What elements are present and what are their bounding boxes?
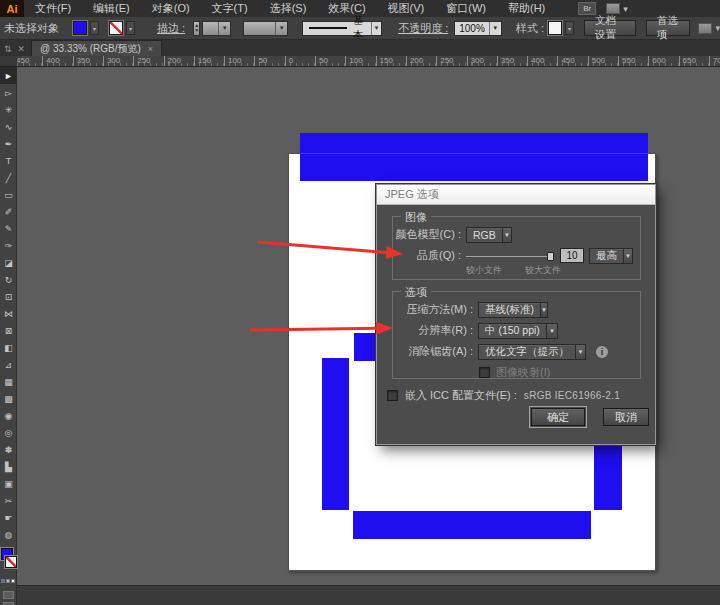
style-swatch-control[interactable]: ▾ [548,21,574,35]
ruler-label: 400 [527,56,544,67]
artboard-tool[interactable]: ▣ [0,475,17,492]
icc-profile-row: 嵌入 ICC 配置文件(E) : sRGB IEC61966-2.1 [387,388,620,403]
horizontal-ruler: 4504003503002502001501005005010015020025… [17,56,720,67]
paintbrush-tool[interactable]: ✐ [0,203,17,220]
zoom-tool[interactable]: ◍ [0,526,17,543]
ruler-label: 150 [376,56,393,67]
stroke-weight-stepper[interactable]: ▲▼ [193,21,200,36]
chevron-down-icon: ▼ [489,22,501,35]
pencil-tool[interactable]: ✎ [0,220,17,237]
eraser-tool[interactable]: ◪ [0,254,17,271]
menu-item-7[interactable]: 窗口(W) [435,0,497,17]
gradient-tool[interactable]: ▩ [0,390,17,407]
chevron-down-icon[interactable]: ▾ [565,21,574,35]
blend-tool[interactable]: ◎ [0,424,17,441]
column-graph-tool[interactable]: ▙ [0,458,17,475]
lasso-tool[interactable]: ∿ [0,118,17,135]
stroke-weight-dropdown[interactable]: ▼ [202,21,231,36]
menu-item-8[interactable]: 帮助(H) [497,0,556,17]
workspace-switcher[interactable]: ▾ [606,3,628,14]
ruler-label: 200 [164,56,181,67]
slice-tool[interactable]: ✂ [0,492,17,509]
blob-brush-tool[interactable]: ✑ [0,237,17,254]
blue-rectangle-shape[interactable] [300,133,648,181]
width-profile-dropdown[interactable]: ▼ [243,21,288,36]
tab-close-icon[interactable]: × [148,44,153,54]
document-tab[interactable]: @ 33.33% (RGB/预览) × [31,40,162,56]
drawing-mode-button[interactable] [3,591,14,599]
options-group: 选项 压缩方法(M) : 基线(标准) ▼ 分辨率(R) : 中 (150 pp… [392,291,641,379]
brush-definition-dropdown[interactable]: 基本 ▼ [302,21,382,36]
antialias-value: 优化文字（提示） [479,345,575,359]
menu-item-0[interactable]: 文件(F) [24,0,82,17]
menu-item-1[interactable]: 编辑(E) [82,0,141,17]
preferences-button[interactable]: 首选项 [646,20,691,36]
magic-wand-tool[interactable]: ✳ [0,101,17,118]
cancel-button[interactable]: 取消 [603,408,649,426]
ok-button[interactable]: 确定 [531,408,585,426]
control-panel-menu[interactable]: ▾ [698,23,720,34]
chevron-down-icon[interactable]: ▾ [126,21,135,35]
quality-slider[interactable] [466,250,554,262]
info-icon[interactable]: i [596,346,608,358]
quality-label: 品质(Q) : [393,248,461,263]
menu-item-3[interactable]: 文字(T) [201,0,259,17]
menu-item-6[interactable]: 视图(V) [377,0,436,17]
compression-dropdown[interactable]: 基线(标准) ▼ [478,302,548,318]
canvas-pasteboard[interactable]: JPEG 选项 图像 颜色模型(C) : RGB ▼ 品质(Q) : [17,67,720,605]
shape-builder-tool[interactable]: ◧ [0,339,17,356]
blue-rectangle-shape[interactable] [322,358,349,510]
antialias-dropdown[interactable]: 优化文字（提示） ▼ [478,344,586,360]
blue-rectangle-shape[interactable] [594,444,622,510]
opacity-link[interactable]: 不透明度 : [394,21,452,36]
scale-tool[interactable]: ⊡ [0,288,17,305]
ruler-label: 500 [588,56,605,67]
stroke-color-control[interactable]: ▾ [109,21,135,35]
symbol-sprayer-tool[interactable]: ✽ [0,441,17,458]
blue-rectangle-shape[interactable] [353,511,591,539]
stroke-panel-link[interactable]: 描边 : [153,21,189,36]
ruler-label: 100 [224,56,241,67]
panel-close-icon[interactable]: ✕ [18,44,26,54]
hand-tool[interactable]: ☛ [0,509,17,526]
slider-handle[interactable] [547,252,554,261]
color-mode-buttons[interactable] [1,579,15,583]
eyedropper-tool[interactable]: ◉ [0,407,17,424]
width-tool[interactable]: ⋈ [0,305,17,322]
rectangle-tool[interactable]: ▭ [0,186,17,203]
ruler-label: 550 [618,56,635,67]
dialog-title: JPEG 选项 [377,185,655,205]
line-segment-tool[interactable]: ╱ [0,169,17,186]
opacity-dropdown[interactable]: 100% ▼ [454,21,502,36]
stroke-none-swatch[interactable] [109,21,123,35]
slider-track [466,256,554,257]
status-scroll-bar[interactable] [17,585,720,605]
type-tool[interactable]: T [0,152,17,169]
rotate-tool[interactable]: ↻ [0,271,17,288]
free-transform-tool[interactable]: ⊠ [0,322,17,339]
compression-value: 基线(标准) [479,303,540,317]
perspective-grid-tool[interactable]: ⊿ [0,356,17,373]
selection-tool[interactable]: ► [0,67,17,84]
direct-selection-tool[interactable]: ▻ [0,84,17,101]
icc-checkbox[interactable] [387,390,398,401]
quality-level-dropdown[interactable]: 最高 ▼ [589,248,633,264]
menu-item-4[interactable]: 选择(S) [259,0,318,17]
ruler-label: 150 [194,56,211,67]
fill-swatch[interactable] [73,21,87,35]
document-setup-button[interactable]: 文档设置 [584,20,636,36]
ruler-label: 100 [345,56,362,67]
chevron-down-icon: ▼ [275,22,287,35]
pen-tool[interactable]: ✒ [0,135,17,152]
toolbar-stroke-swatch[interactable] [5,556,17,568]
quality-value-field[interactable]: 10 [560,248,584,263]
bridge-icon[interactable]: Br [578,2,596,15]
fill-color-control[interactable]: ▾ [73,21,99,35]
mesh-tool[interactable]: ▦ [0,373,17,390]
resolution-dropdown[interactable]: 中 (150 ppi) ▼ [478,323,558,339]
chevron-down-icon[interactable]: ▾ [90,21,99,35]
menu-item-2[interactable]: 对象(O) [141,0,201,17]
panel-grip-icon[interactable]: ⇅ [4,44,12,54]
color-model-dropdown[interactable]: RGB ▼ [466,227,512,243]
style-swatch[interactable] [548,21,562,35]
